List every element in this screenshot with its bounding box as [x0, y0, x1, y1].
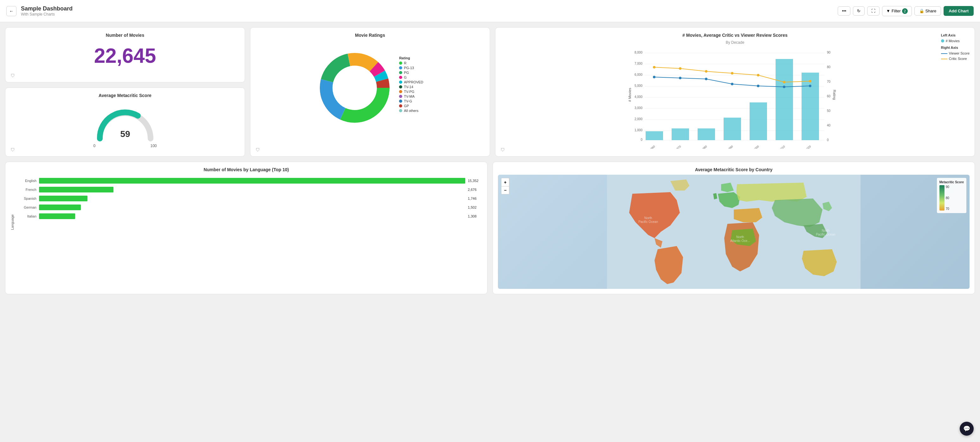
share-button[interactable]: 🔒 Share — [915, 6, 941, 16]
number-of-movies-card: Number of Movies 22,645 ⛉ — [5, 27, 245, 83]
legend-item-pg: PG — [399, 71, 423, 75]
hbar-bar-spanish — [39, 196, 88, 201]
share-label: Share — [925, 8, 936, 13]
svg-point-59 — [679, 67, 681, 70]
svg-text:40: 40 — [827, 124, 831, 127]
hbar-value-english: 15,352 — [468, 179, 482, 183]
svg-text:2,000: 2,000 — [635, 117, 643, 121]
hbar-label-german: German — [14, 206, 37, 209]
cv-movies-legend: # Movies — [941, 38, 970, 44]
svg-text:2000 - 2010: 2000 - 2010 — [772, 145, 785, 149]
dashboard-title: Sample Dashboard — [21, 5, 73, 12]
svg-rect-40 — [749, 102, 767, 140]
fullscreen-button[interactable]: ⛶ — [867, 6, 880, 16]
svg-text:2010 - 2020: 2010 - 2020 — [798, 145, 811, 149]
svg-point-57 — [809, 85, 811, 87]
avg-metacritic-card: Average Metacritic Score 59 0 100 — [5, 88, 245, 156]
left-column: Number of Movies 22,645 ⛉ Average Metacr… — [5, 27, 245, 156]
svg-point-51 — [653, 76, 655, 78]
avg-metacritic-filter-icon[interactable]: ⛉ — [10, 147, 15, 153]
map-zoom-out-button[interactable]: − — [501, 186, 509, 195]
donut-chart-area: Rating R PG-13 PG G APPROVED TV-14 TV-PG… — [255, 40, 485, 129]
svg-point-58 — [653, 66, 655, 69]
legend-item-approved: APPROVED — [399, 80, 423, 84]
hbar-bar-english — [39, 178, 465, 184]
svg-text:North: North — [822, 229, 829, 232]
map-legend-labels: 90 80 70 — [946, 185, 949, 211]
movies-by-language-card: Number of Movies by Language (Top 10) La… — [5, 162, 487, 294]
hbar-value-german: 1,502 — [468, 206, 482, 209]
add-chart-button[interactable]: Add Chart — [943, 6, 974, 16]
svg-text:0: 0 — [827, 138, 829, 142]
svg-text:1960 - 1970: 1960 - 1970 — [668, 145, 681, 149]
header-left: ← Sample Dashboard With Sample Charts — [6, 5, 73, 16]
svg-point-52 — [679, 77, 681, 79]
svg-text:90: 90 — [827, 51, 831, 54]
hbar-bars: English 15,352 French 2,676 — [14, 175, 482, 270]
svg-rect-36 — [646, 131, 663, 140]
hbar-label-english: English — [14, 179, 37, 183]
hbar-bar-container-english — [39, 178, 465, 184]
num-movies-value: 22,645 — [10, 44, 240, 67]
svg-text:50: 50 — [827, 109, 831, 113]
num-movies-filter-icon[interactable]: ⛉ — [10, 73, 15, 78]
hbar-row-german: German 1,502 — [14, 204, 482, 210]
svg-text:0: 0 — [641, 138, 643, 141]
svg-text:Atlantic Oce...: Atlantic Oce... — [730, 239, 750, 243]
gauge-max: 100 — [150, 144, 157, 148]
filter-label: Filter — [892, 8, 901, 13]
cv-right-axis-title: Right Axis — [941, 45, 970, 51]
legend-item-others: All others — [399, 109, 423, 113]
svg-point-60 — [705, 70, 708, 73]
map-zoom-controls: + − — [501, 178, 509, 195]
hbar-value-italian: 1,308 — [468, 214, 482, 218]
more-options-button[interactable]: ••• — [838, 6, 850, 16]
svg-text:4,000: 4,000 — [635, 95, 643, 99]
critic-vs-viewer-subtitle: By Decade — [500, 40, 970, 45]
gauge-container: 59 0 100 — [10, 101, 240, 151]
avg-metacritic-title: Average Metacritic Score — [10, 93, 240, 98]
bottom-row: Number of Movies by Language (Top 10) La… — [5, 162, 975, 294]
world-map-svg: North Pacific Ocean North Atlantic Oce..… — [498, 175, 970, 289]
svg-text:Pacific Ocean: Pacific Ocean — [638, 220, 658, 223]
svg-text:# Movies: # Movies — [628, 88, 632, 102]
hbar-chart-container: Language English 15,352 French — [10, 175, 482, 270]
svg-point-62 — [757, 74, 759, 77]
svg-text:Rating: Rating — [833, 90, 837, 100]
back-button[interactable]: ← — [6, 6, 16, 16]
svg-text:60: 60 — [827, 94, 831, 98]
filter-button[interactable]: ▼ Filter 2 — [882, 6, 912, 16]
map-zoom-in-button[interactable]: + — [501, 178, 509, 186]
hbar-value-french: 2,676 — [468, 188, 482, 191]
hbar-label-spanish: Spanish — [14, 196, 37, 200]
svg-rect-38 — [698, 128, 715, 140]
donut-svg — [317, 40, 393, 129]
svg-text:3,000: 3,000 — [635, 106, 643, 110]
header-title-group: Sample Dashboard With Sample Charts — [21, 5, 73, 16]
svg-point-54 — [731, 83, 733, 85]
svg-rect-37 — [671, 128, 689, 140]
svg-text:North: North — [644, 216, 652, 220]
critic-vs-viewer-filter-icon[interactable]: ⛉ — [500, 147, 505, 153]
movie-ratings-title: Movie Ratings — [255, 33, 485, 38]
svg-text:1970 - 1980: 1970 - 1980 — [694, 145, 708, 149]
gauge-labels: 0 100 — [94, 144, 157, 148]
svg-point-53 — [705, 78, 708, 80]
legend-item-r: R — [399, 61, 423, 65]
hbar-row-italian: Italian 1,308 — [14, 214, 482, 219]
hbar-bar-container-german — [39, 204, 465, 210]
hbar-bar-french — [39, 187, 113, 193]
cv-viewer-legend: Viewer Score — [941, 51, 970, 56]
hbar-bar-container-french — [39, 187, 465, 193]
svg-text:1990 - 2000: 1990 - 2000 — [746, 145, 759, 149]
refresh-button[interactable]: ↻ — [853, 6, 865, 16]
cv-critic-legend: Critic Score — [941, 56, 970, 62]
svg-text:6,000: 6,000 — [635, 73, 643, 77]
svg-point-61 — [731, 72, 733, 75]
hbar-bar-german — [39, 204, 81, 210]
gauge-svg: 59 — [94, 104, 157, 142]
svg-text:59: 59 — [120, 129, 130, 139]
movie-ratings-filter-icon[interactable]: ⛉ — [255, 147, 260, 153]
movie-ratings-card: Movie Ratings Rating R PG- — [250, 27, 490, 156]
filter-icon: ▼ — [886, 8, 890, 13]
